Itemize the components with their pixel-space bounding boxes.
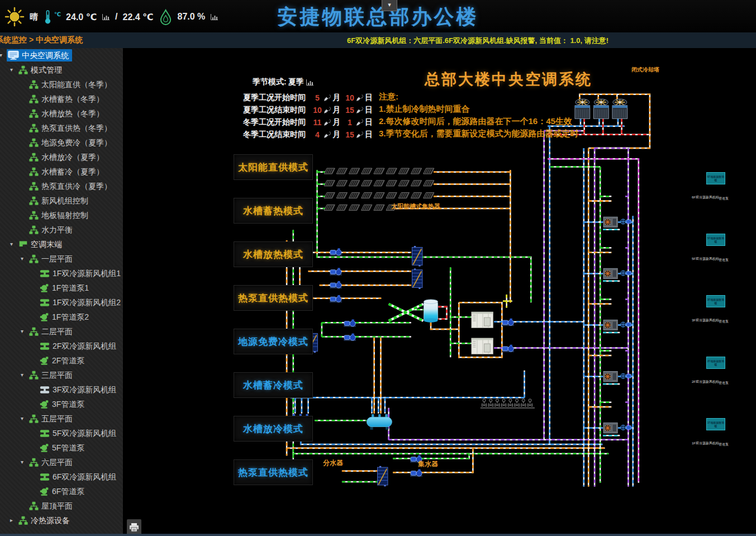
wrench-icon[interactable] [356,106,364,114]
tree-node[interactable]: 五层平面 [28,412,76,425]
tree-node[interactable]: 5F管道泵 [39,442,88,454]
tree-node[interactable]: 六层平面 [28,456,76,468]
schedule-month-value[interactable]: 5 [311,93,324,102]
chevron-down-icon[interactable]: ▾ [21,411,23,426]
tree-item-冷热源设备[interactable]: ▸冷热源设备 [0,513,123,528]
tree-item-5F双冷源新风机组[interactable]: 5F双冷源新风机组 [0,426,123,440]
tree-node[interactable]: 3F管道泵 [39,398,88,410]
mode-button-4[interactable]: 热泵直供热模式 [234,285,313,311]
tree-item-模式管理[interactable]: ▾模式管理 [0,63,123,77]
wrench-icon[interactable] [356,131,364,139]
tree-item-5F管道泵[interactable]: 5F管道泵 [0,440,123,455]
trend-chart-icon[interactable] [210,13,218,21]
tree-node[interactable]: 2F管道泵 [39,354,88,367]
tree-item-3F管道泵[interactable]: 3F管道泵 [0,397,123,411]
tree-item-6F双冷源新风机组[interactable]: 6F双冷源新风机组 [0,469,123,484]
tree-node[interactable]: 水槽放冷（夏季） [28,151,107,163]
tree-node[interactable]: 一层平面 [28,253,76,265]
wrench-icon[interactable] [356,94,364,102]
tree-item-空调末端[interactable]: ▾空调末端 [0,237,123,252]
tree-node[interactable]: 1F双冷源新风机组1 [39,267,123,279]
tree-node[interactable]: 冷热源设备 [17,514,73,526]
tree-item-2F双冷源新风机组[interactable]: 2F双冷源新风机组 [0,339,123,353]
mode-button-7[interactable]: 水槽放冷模式 [234,416,313,442]
mode-button-2[interactable]: 水槽蓄热模式 [234,198,313,224]
schedule-day-value[interactable]: 10 [344,93,356,102]
schedule-month-value[interactable]: 11 [311,118,324,127]
tree-item-水槽蓄冷（夏季）[interactable]: 水槽蓄冷（夏季） [0,164,123,179]
mode-button-6[interactable]: 水槽蓄冷模式 [234,372,313,398]
schedule-day-value[interactable]: 15 [344,106,356,115]
tree-item-地板辐射控制[interactable]: 地板辐射控制 [0,208,123,222]
tree-item-六层平面[interactable]: ▾六层平面 [0,455,123,469]
schedule-day-value[interactable]: 1 [344,118,356,127]
chevron-down-icon[interactable]: ▾ [21,455,23,469]
tree-node[interactable]: 1F管道泵1 [39,282,92,294]
tree-node[interactable]: 5F双冷源新风机组 [39,427,120,439]
mode-button-8[interactable]: 热泵直供热模式 [234,459,313,485]
schedule-day-value[interactable]: 15 [344,130,356,139]
chevron-down-icon[interactable]: ▾ [10,237,13,252]
chevron-down-icon[interactable]: ▾ [21,368,23,382]
tree-node[interactable]: 水槽放热（冬季） [28,107,107,120]
tree-node[interactable]: 6F双冷源新风机组 [39,471,120,483]
tree-item-新风机组控制[interactable]: 新风机组控制 [0,193,123,208]
tree-node[interactable]: 2F双冷源新风机组 [39,340,120,352]
print-button[interactable] [127,519,141,535]
tree-node[interactable]: 水槽蓄冷（夏季） [28,165,107,178]
chevron-down-icon[interactable]: ▾ [21,252,23,266]
chevron-down-icon[interactable]: ▾ [0,48,2,63]
mode-button-5[interactable]: 地源免费冷模式 [234,329,313,354]
chevron-down-icon[interactable]: ▾ [21,324,23,339]
chevron-right-icon[interactable]: ▸ [10,513,13,528]
radiant-unit-5F地板辐射采暖[interactable]: 5F地板辐射采暖 [706,234,725,246]
radiant-unit-3F地板辐射采暖[interactable]: 3F地板辐射采暖 [706,295,725,307]
wrench-icon[interactable] [356,118,364,126]
tree-node[interactable]: 6F管道泵 [39,485,88,497]
trend-chart-icon[interactable] [102,13,110,21]
tree-item-热泵直供热（冬季）[interactable]: 热泵直供热（冬季） [0,121,123,135]
radiant-unit-6F地板辐射采暖[interactable]: 6F地板辐射采暖 [706,172,725,184]
tree-node[interactable]: 水槽蓄热（冬季） [28,93,107,105]
tree-item-1F双冷源新风机组1[interactable]: 1F双冷源新风机组1 [0,266,123,281]
schedule-month-value[interactable]: 10 [311,106,324,115]
tree-node[interactable]: 模式管理 [17,64,65,76]
tree-item-地源免费冷（夏季）[interactable]: 地源免费冷（夏季） [0,135,123,150]
tree-node[interactable]: 中央空调系统 [7,49,72,61]
tree-node[interactable]: 新风机组控制 [28,195,92,207]
chevron-down-icon[interactable]: ▾ [10,63,13,77]
tree-item-1F管道泵2[interactable]: 1F管道泵2 [0,310,123,324]
tree-item-1F双冷源新风机组2[interactable]: 1F双冷源新风机组2 [0,295,123,310]
tree-item-水槽放热（冬季）[interactable]: 水槽放热（冬季） [0,106,123,121]
tree-item-五层平面[interactable]: ▾五层平面 [0,411,123,426]
tree-item-屋顶平面[interactable]: 屋顶平面 [0,499,123,513]
tree-node[interactable]: 地板辐射控制 [28,209,92,221]
tree-node[interactable]: 1F双冷源新风机组2 [39,296,123,309]
tree-item-太阳能直供（冬季）[interactable]: 太阳能直供（冬季） [0,77,123,92]
tree-node[interactable]: 二层平面 [28,325,76,338]
tree-node[interactable]: 热泵直供热（冬季） [28,122,115,134]
wrench-icon[interactable] [324,118,331,126]
tree-item-3F双冷源新风机组[interactable]: 3F双冷源新风机组 [0,382,123,397]
wrench-icon[interactable] [324,106,331,114]
trend-chart-icon[interactable] [306,79,314,86]
wrench-icon[interactable] [324,94,331,102]
tree-item-水槽蓄热（冬季）[interactable]: 水槽蓄热（冬季） [0,92,123,106]
tree-item-1F管道泵1[interactable]: 1F管道泵1 [0,281,123,295]
tree-node[interactable]: 热泵直供冷（夏季） [28,180,115,192]
tree-item-6F管道泵[interactable]: 6F管道泵 [0,484,123,499]
tree-node[interactable]: 1F管道泵2 [39,311,92,323]
tree-item-三层平面[interactable]: ▾三层平面 [0,368,123,382]
radiant-unit-2F地板辐射采暖[interactable]: 2F地板辐射采暖 [706,357,725,369]
radiant-unit-1F地板辐射采暖[interactable]: 1F地板辐射采暖 [706,418,725,430]
tree-item-热泵直供冷（夏季）[interactable]: 热泵直供冷（夏季） [0,179,123,193]
mode-button-3[interactable]: 水槽放热模式 [234,241,313,267]
tree-node[interactable]: 水力平衡 [28,224,76,236]
tree-node[interactable]: 空调末端 [17,238,65,250]
mode-button-1[interactable]: 太阳能直供模式 [234,154,313,180]
wrench-icon[interactable] [324,131,331,139]
tree-node[interactable]: 太阳能直供（冬季） [28,78,115,91]
tree-node[interactable]: 三层平面 [28,369,76,381]
tree-node[interactable]: 3F双冷源新风机组 [39,383,120,396]
tree-node[interactable]: 地源免费冷（夏季） [28,136,115,149]
